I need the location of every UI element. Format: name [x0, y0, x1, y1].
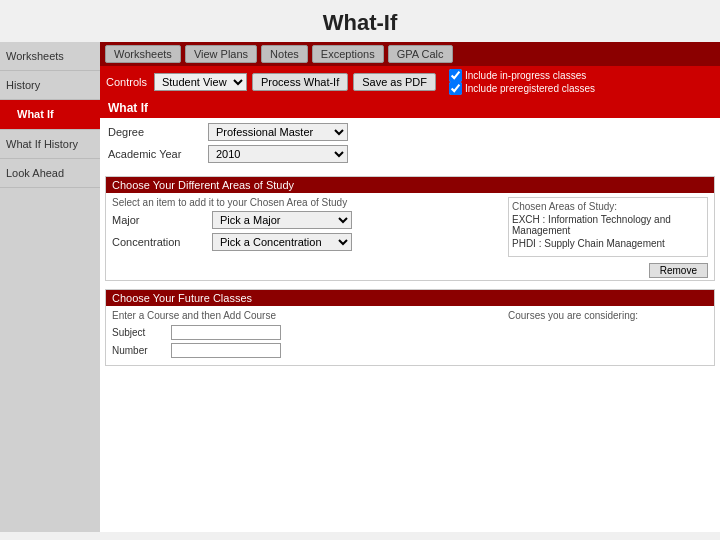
future-classes-left: Enter a Course and then Add Course Subje…: [112, 310, 500, 361]
process-what-if-button[interactable]: Process What-If: [252, 73, 348, 91]
choose-areas-right: Chosen Areas of Study: EXCH : Informatio…: [508, 197, 708, 257]
preregistered-checkbox[interactable]: [449, 82, 462, 95]
nav-tab-view-plans[interactable]: View Plans: [185, 45, 257, 63]
future-instruction: Enter a Course and then Add Course: [112, 310, 500, 321]
major-select[interactable]: Pick a Major: [212, 211, 352, 229]
subject-input[interactable]: [171, 325, 281, 340]
nav-tab-gpa-calc[interactable]: GPA Calc: [388, 45, 453, 63]
what-if-section-title: What If: [100, 98, 720, 118]
future-classes-header: Choose Your Future Classes: [106, 290, 714, 306]
toolbar-view-select[interactable]: Student View: [154, 73, 247, 91]
concentration-select[interactable]: Pick a Concentration: [212, 233, 352, 251]
chosen-items-list: EXCH : Information Technology and Manage…: [512, 214, 704, 249]
number-label: Number: [112, 345, 167, 356]
nav-tab-worksheets[interactable]: Worksheets: [105, 45, 181, 63]
page-title: What-If: [0, 0, 720, 42]
in-progress-checkbox[interactable]: [449, 69, 462, 82]
choose-instruction: Select an item to add it to your Chosen …: [112, 197, 500, 208]
sidebar: Worksheets History ▶What If What If Hist…: [0, 42, 100, 532]
academic-year-row: Academic Year 2010: [108, 145, 712, 163]
main-layout: Worksheets History ▶What If What If Hist…: [0, 42, 720, 532]
number-row: Number: [112, 343, 500, 358]
choose-areas-left: Select an item to add it to your Chosen …: [112, 197, 500, 257]
bullet-section: • Choose degree • Academic year • Major …: [0, 532, 720, 540]
content-area: Worksheets View Plans Notes Exceptions G…: [100, 42, 720, 532]
number-input[interactable]: [171, 343, 281, 358]
nav-tab-notes[interactable]: Notes: [261, 45, 308, 63]
major-row: Major Pick a Major: [112, 211, 500, 229]
degree-row: Degree Professional Master: [108, 123, 712, 141]
chosen-item-0: EXCH : Information Technology and Manage…: [512, 214, 704, 236]
nav-tab-exceptions[interactable]: Exceptions: [312, 45, 384, 63]
sidebar-item-history[interactable]: History: [0, 71, 100, 100]
choose-areas-header: Choose Your Different Areas of Study: [106, 177, 714, 193]
concentration-label: Concentration: [112, 236, 212, 248]
checkbox-preregistered[interactable]: Include preregistered classes: [449, 82, 595, 95]
sidebar-item-what-if-history[interactable]: What If History: [0, 130, 100, 159]
choose-areas-body: Select an item to add it to your Chosen …: [106, 193, 714, 261]
form-area: Degree Professional Master Academic Year…: [100, 118, 720, 172]
degree-select[interactable]: Professional Master: [208, 123, 348, 141]
academic-year-select[interactable]: 2010: [208, 145, 348, 163]
sidebar-item-look-ahead[interactable]: Look Ahead: [0, 159, 100, 188]
future-classes-body: Enter a Course and then Add Course Subje…: [106, 306, 714, 365]
sidebar-arrow-icon: ▶: [6, 108, 14, 120]
toolbar-controls-label: Controls: [106, 76, 147, 88]
choose-areas-section: Choose Your Different Areas of Study Sel…: [105, 176, 715, 281]
concentration-row: Concentration Pick a Concentration: [112, 233, 500, 251]
top-nav: Worksheets View Plans Notes Exceptions G…: [100, 42, 720, 66]
academic-year-label: Academic Year: [108, 148, 208, 160]
subject-row: Subject: [112, 325, 500, 340]
degree-label: Degree: [108, 126, 208, 138]
future-classes-section: Choose Your Future Classes Enter a Cours…: [105, 289, 715, 366]
chosen-item-1: PHDI : Supply Chain Management: [512, 238, 704, 249]
checkbox-group: Include in-progress classes Include prer…: [449, 69, 595, 95]
subject-label: Subject: [112, 327, 167, 338]
courses-considering-label: Courses you are considering:: [508, 310, 708, 361]
toolbar-row: Controls Student View Process What-If Sa…: [100, 66, 720, 98]
sidebar-item-worksheets[interactable]: Worksheets: [0, 42, 100, 71]
checkbox-in-progress[interactable]: Include in-progress classes: [449, 69, 595, 82]
remove-btn-row: Remove: [106, 261, 714, 280]
save-as-pdf-button[interactable]: Save as PDF: [353, 73, 436, 91]
remove-button[interactable]: Remove: [649, 263, 708, 278]
chosen-areas-label: Chosen Areas of Study:: [512, 201, 704, 212]
sidebar-item-what-if[interactable]: ▶What If: [0, 100, 100, 130]
major-label: Major: [112, 214, 212, 226]
